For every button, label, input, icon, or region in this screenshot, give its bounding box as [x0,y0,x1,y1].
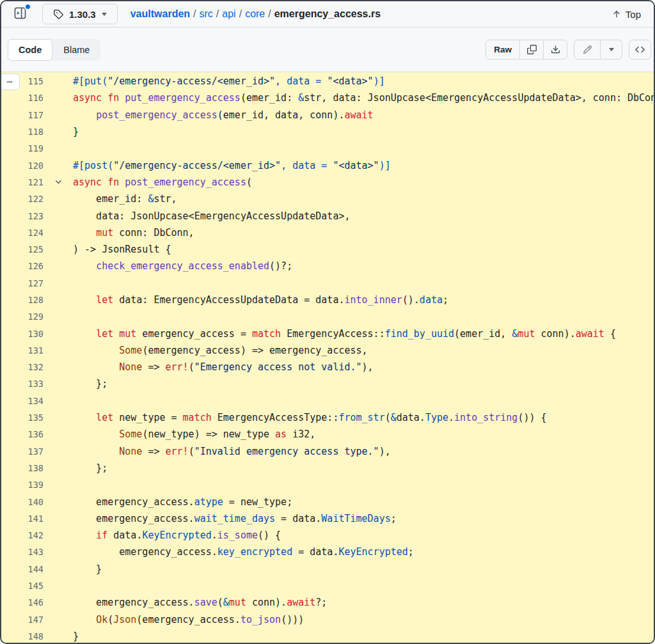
code-line: 121async fn post_emergency_access( [1,174,654,191]
line-number[interactable]: 127 [1,278,43,288]
file-header-bar: 1.30.3 vaultwarden/src/api/core/emergenc… [1,1,654,27]
code-text: let new_type = match EmergencyAccessType… [73,412,547,423]
branch-tag-selector-button[interactable]: 1.30.3 [42,4,118,24]
breadcrumb-link-core[interactable]: core [245,8,265,19]
code-line: 140 emergency_access.atype = new_type; [1,493,654,510]
line-number[interactable]: 130 [1,329,43,339]
line-number[interactable]: 139 [1,480,43,490]
line-number[interactable]: 118 [1,127,43,137]
breadcrumb-link-src[interactable]: src [200,8,213,19]
edit-dropdown-button[interactable] [600,40,622,59]
line-number[interactable]: 134 [1,396,43,406]
line-number[interactable]: 125 [1,244,43,255]
line-number[interactable]: 117 [1,110,43,120]
raw-button[interactable]: Raw [486,40,519,59]
code-text: } [73,631,79,642]
file-tree-toggle-button[interactable] [9,3,31,25]
breadcrumb-separator: / [268,8,271,19]
line-number[interactable]: 137 [1,446,43,457]
code-text: }; [73,462,107,474]
line-number[interactable]: 121 [1,177,43,187]
code-line: 138 }; [1,460,654,476]
breadcrumb-separator: / [239,8,242,19]
code-text: ) -> JsonResult { [73,244,171,255]
code-line: 126 check_emergency_access_enabled()?; [1,258,654,274]
code-text: #[post("/emergency-access/<emer_id>", da… [73,160,391,171]
line-number[interactable]: 146 [1,597,43,608]
line-number[interactable]: 140 [1,497,43,507]
line-number[interactable]: 126 [1,261,43,271]
line-number[interactable]: 122 [1,194,43,204]
scroll-to-top-button[interactable]: Top [608,8,645,20]
line-number[interactable]: 120 [1,161,43,171]
line-number[interactable]: 145 [1,581,43,591]
line-number[interactable]: 148 [1,631,43,641]
code-text: let mut emergency_access = match Emergen… [73,328,616,340]
code-line: 147 Ok(Json(emergency_access.to_json())) [1,611,654,628]
line-number[interactable]: 142 [1,530,43,540]
line-number[interactable]: 119 [1,143,43,153]
breadcrumb-repo-link[interactable]: vaultwarden [130,8,190,19]
code-line: 132 None => err!("Emergency access not v… [1,359,654,375]
raw-copy-download-group: Raw [485,40,567,59]
code-line: 128 let data: EmergencyAccessUpdateData … [1,292,654,308]
tab-blame[interactable]: Blame [52,39,100,61]
expand-hidden-lines-button[interactable]: ⋯ [1,74,20,90]
tab-code[interactable]: Code [8,39,52,61]
download-button[interactable] [543,40,567,59]
breadcrumb-link-api[interactable]: api [222,8,235,19]
code-text: Ok(Json(emergency_access.to_json())) [73,614,304,625]
code-line: 136 Some(new_type) => new_type as i32, [1,426,654,443]
toolbar-right-actions: Raw [485,40,651,59]
chevron-down-icon [102,13,107,16]
code-text: emergency_access.atype = new_type; [73,496,292,508]
line-number[interactable]: 144 [1,564,43,574]
line-number[interactable]: 141 [1,514,43,524]
code-text: None => err!("Emergency access not valid… [73,361,374,373]
line-number[interactable]: 143 [1,547,43,557]
code-text: let data: EmergencyAccessUpdateData = da… [73,294,448,306]
code-line: 125) -> JsonResult { [1,241,654,258]
collapse-chevron-icon[interactable] [43,178,73,186]
line-number[interactable]: 147 [1,615,43,625]
arrow-up-icon [612,10,621,19]
line-number[interactable]: 138 [1,463,43,473]
line-number[interactable]: 132 [1,362,43,372]
line-number[interactable]: 129 [1,311,43,322]
code-text: async fn post_emergency_access( [73,177,252,188]
code-text: async fn put_emergency_access(emer_id: &… [73,92,654,104]
code-text: emergency_access.save(&mut conn).await?; [73,597,327,608]
copy-button[interactable] [519,40,543,59]
chevron-down-icon [609,48,614,51]
code-text: } [73,563,102,575]
line-number[interactable]: 133 [1,379,43,389]
code-line: 144 } [1,561,654,577]
code-text: emergency_access.key_encrypted = data.Ke… [73,546,414,558]
line-number[interactable]: 124 [1,228,43,238]
code-line: 116async fn put_emergency_access(emer_id… [1,90,654,106]
line-number[interactable]: 123 [1,211,43,221]
code-line: 127 [1,275,654,292]
code-text: if data.KeyEncrypted.is_some() { [73,530,281,541]
symbols-panel-button[interactable] [629,40,651,59]
code-line: 130 let mut emergency_access = match Eme… [1,325,654,342]
breadcrumb-separator: / [216,8,219,19]
code-line: 137 None => err!("Invalid emergency acce… [1,443,654,460]
line-number[interactable]: 131 [1,345,43,356]
code-text: #[put("/emergency-access/<emer_id>", dat… [73,75,385,87]
code-viewer: ⋯ 115#[put("/emergency-access/<emer_id>"… [1,72,654,643]
code-text: None => err!("Invalid emergency access t… [73,446,391,457]
code-text: emer_id: &str, [73,193,177,205]
edit-button-group [574,40,622,59]
line-number[interactable]: 116 [1,93,43,103]
line-number[interactable]: 135 [1,412,43,423]
line-number[interactable]: 136 [1,429,43,439]
edit-button[interactable] [574,40,600,59]
line-number[interactable]: 128 [1,295,43,305]
top-button-label: Top [626,9,641,20]
file-toolbar: Code Blame Raw [1,27,654,72]
code-lines: 115#[put("/emergency-access/<emer_id>", … [1,73,654,643]
code-line: 131 Some(emergency_access) => emergency_… [1,342,654,359]
tag-icon [53,9,63,19]
copy-icon [527,45,537,54]
